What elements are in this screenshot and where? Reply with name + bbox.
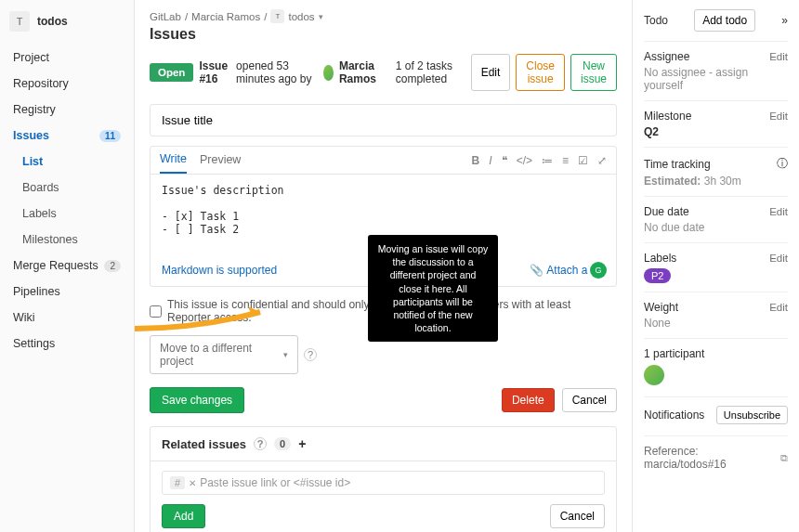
sidebar-item-registry[interactable]: Registry bbox=[0, 97, 134, 123]
milestone-value: Q2 bbox=[644, 125, 788, 138]
related-issue-input[interactable]: # ✕ Paste issue link or <#issue id> bbox=[162, 471, 605, 495]
confidential-checkbox[interactable] bbox=[150, 305, 162, 318]
move-tooltip: Moving an issue will copy the discussion… bbox=[368, 235, 498, 342]
info-icon[interactable]: ⓘ bbox=[777, 156, 788, 172]
cancel-related-button[interactable]: Cancel bbox=[550, 504, 605, 528]
due-date-label: Due date bbox=[644, 205, 689, 218]
labels-label: Labels bbox=[644, 252, 676, 265]
add-related-icon[interactable]: + bbox=[298, 436, 306, 451]
save-button[interactable]: Save changes bbox=[150, 387, 244, 413]
status-badge: Open bbox=[150, 63, 193, 82]
project-avatar: T bbox=[9, 11, 30, 32]
todo-label: Todo bbox=[644, 14, 668, 27]
edit-labels[interactable]: Edit bbox=[769, 253, 788, 264]
author-name[interactable]: Marcia Ramos bbox=[339, 59, 386, 85]
sidebar-item-issues[interactable]: Issues11 bbox=[0, 123, 134, 149]
add-related-button[interactable]: Add bbox=[162, 504, 205, 528]
tasks-summary: 1 of 2 tasks completed bbox=[396, 59, 465, 85]
help-icon[interactable]: ? bbox=[254, 437, 267, 450]
chevron-down-icon[interactable]: ▾ bbox=[319, 12, 323, 21]
issue-opened-text: opened 53 minutes ago by bbox=[236, 59, 318, 85]
time-estimated: Estimated: 3h 30m bbox=[644, 175, 788, 188]
sidebar-item-pipelines[interactable]: Pipelines bbox=[0, 279, 134, 305]
help-icon[interactable]: ? bbox=[304, 348, 317, 361]
right-sidebar: Todo Add todo » AssigneeEdit No assignee… bbox=[632, 0, 799, 532]
sidebar-sub-boards[interactable]: Boards bbox=[0, 175, 134, 201]
move-project-dropdown[interactable]: Move to a different project▾ bbox=[150, 335, 298, 374]
due-date-value: No due date bbox=[644, 221, 788, 234]
edit-button[interactable]: Edit bbox=[471, 54, 511, 91]
tab-preview[interactable]: Preview bbox=[200, 153, 241, 173]
sidebar-item-wiki[interactable]: Wiki bbox=[0, 305, 134, 331]
edit-weight[interactable]: Edit bbox=[769, 302, 788, 313]
author-avatar[interactable] bbox=[323, 65, 334, 81]
issue-title-input[interactable] bbox=[150, 104, 617, 136]
sidebar-item-project[interactable]: Project bbox=[0, 45, 134, 71]
edit-milestone[interactable]: Edit bbox=[769, 110, 788, 122]
breadcrumb-user[interactable]: Marcia Ramos bbox=[191, 11, 260, 22]
tab-write[interactable]: Write bbox=[160, 152, 187, 174]
main-content: GitLab / Marcia Ramos / T todos ▾ Issues… bbox=[135, 0, 632, 532]
grammarly-icon[interactable]: G bbox=[590, 262, 607, 279]
sidebar-sub-labels[interactable]: Labels bbox=[0, 201, 134, 227]
sidebar-sub-milestones[interactable]: Milestones bbox=[0, 227, 134, 253]
copy-icon[interactable]: ⧉ bbox=[780, 452, 788, 464]
markdown-hint[interactable]: Markdown is supported bbox=[162, 264, 277, 277]
assignee-label: Assignee bbox=[644, 50, 689, 63]
participant-avatar[interactable] bbox=[644, 365, 664, 385]
paperclip-icon: 📎 bbox=[530, 264, 544, 277]
participants-label: 1 participant bbox=[644, 347, 788, 360]
sidebar: T todos Project Repository Registry Issu… bbox=[0, 0, 135, 532]
hash-chip: # bbox=[170, 476, 185, 489]
milestone-label: Milestone bbox=[644, 110, 691, 123]
assignee-value[interactable]: No assignee - assign yourself bbox=[644, 66, 788, 92]
reference-value: marcia/todos#16 bbox=[644, 458, 727, 471]
related-title: Related issues bbox=[162, 437, 246, 451]
list-numbered-icon[interactable]: ≡ bbox=[562, 154, 569, 167]
chevron-down-icon: ▾ bbox=[283, 350, 288, 359]
project-name: todos bbox=[37, 15, 68, 28]
list-bulleted-icon[interactable]: ≔ bbox=[542, 154, 553, 167]
related-placeholder: Paste issue link or <#issue id> bbox=[200, 476, 350, 489]
fullscreen-icon[interactable]: ⤢ bbox=[597, 154, 607, 167]
quote-icon[interactable]: ❝ bbox=[502, 154, 507, 167]
mr-count-badge: 2 bbox=[104, 260, 121, 272]
edit-assignee[interactable]: Edit bbox=[769, 51, 788, 62]
sidebar-item-repository[interactable]: Repository bbox=[0, 71, 134, 97]
weight-label: Weight bbox=[644, 301, 678, 314]
related-issues-card: Related issues ? 0 + # ✕ Paste issue lin… bbox=[150, 426, 617, 532]
edit-due-date[interactable]: Edit bbox=[769, 206, 788, 217]
delete-button[interactable]: Delete bbox=[502, 388, 555, 412]
sidebar-project-header[interactable]: T todos bbox=[0, 6, 134, 37]
collapse-sidebar-icon[interactable]: » bbox=[781, 14, 788, 27]
sidebar-sub-list[interactable]: List bbox=[0, 149, 134, 175]
weight-value: None bbox=[644, 317, 788, 330]
sidebar-item-merge-requests[interactable]: Merge Requests2 bbox=[0, 253, 134, 279]
breadcrumb: GitLab / Marcia Ramos / T todos ▾ bbox=[150, 9, 617, 23]
breadcrumb-project-avatar: T bbox=[270, 9, 284, 23]
issue-id: Issue #16 bbox=[199, 59, 230, 85]
unsubscribe-button[interactable]: Unsubscribe bbox=[716, 406, 788, 424]
breadcrumb-root[interactable]: GitLab bbox=[150, 11, 181, 22]
italic-icon[interactable]: I bbox=[489, 154, 491, 167]
notifications-label: Notifications bbox=[644, 409, 704, 422]
breadcrumb-project[interactable]: todos bbox=[288, 11, 314, 22]
clear-chip-icon[interactable]: ✕ bbox=[189, 478, 196, 488]
close-issue-button[interactable]: Close issue bbox=[516, 54, 565, 91]
new-issue-button[interactable]: New issue bbox=[570, 54, 617, 91]
issue-header: Open Issue #16 opened 53 minutes ago by … bbox=[150, 54, 617, 91]
task-list-icon[interactable]: ☑ bbox=[578, 154, 588, 167]
page-title: Issues bbox=[150, 26, 617, 43]
code-icon[interactable]: </> bbox=[517, 154, 532, 167]
related-count: 0 bbox=[274, 437, 291, 450]
time-tracking-label: Time tracking bbox=[644, 158, 711, 171]
bold-icon[interactable]: B bbox=[472, 154, 480, 167]
issues-count-badge: 11 bbox=[99, 130, 121, 142]
cancel-button[interactable]: Cancel bbox=[562, 388, 617, 412]
label-pill[interactable]: P2 bbox=[644, 268, 671, 283]
add-todo-button[interactable]: Add todo bbox=[694, 9, 755, 32]
sidebar-item-settings[interactable]: Settings bbox=[0, 331, 134, 357]
reference-label: Reference: bbox=[644, 445, 699, 458]
